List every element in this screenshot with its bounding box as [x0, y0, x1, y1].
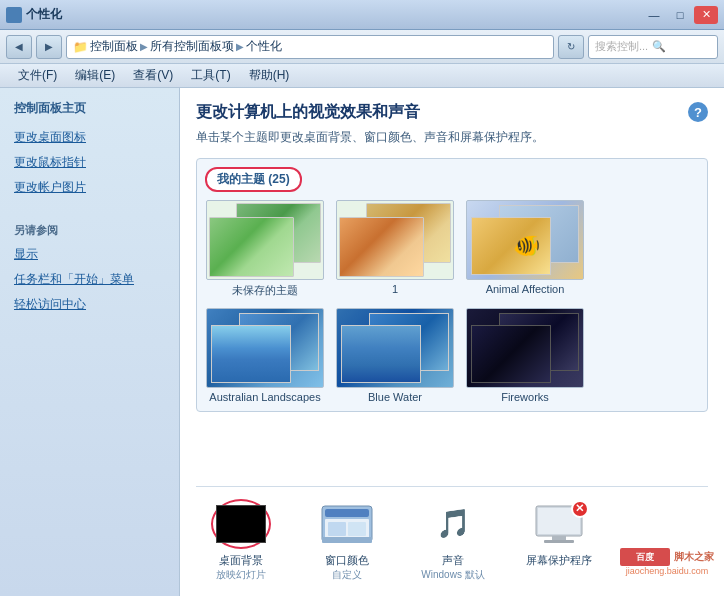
sidebar-link-access[interactable]: 轻松访问中心: [14, 296, 165, 313]
path-arrow-1: ▶: [140, 41, 148, 52]
svg-rect-9: [544, 540, 574, 543]
theme-item-animal[interactable]: 🐠 Animal Affection: [465, 200, 585, 298]
address-bar: ◀ ▶ 📁 控制面板 ▶ 所有控制面板项 ▶ 个性化 ↻ 搜索控制... 🔍: [0, 30, 724, 64]
window-icon: [6, 7, 22, 23]
watermark-jiaomu: 脚木之家: [674, 550, 714, 564]
toolbar-icon-screensaver: ✕: [529, 499, 589, 549]
theme-label-fireworks: Fireworks: [501, 391, 549, 403]
content-title: 更改计算机上的视觉效果和声音: [196, 102, 708, 123]
sidebar-link-display[interactable]: 显示: [14, 246, 165, 263]
sidebar-also-see-title: 另请参阅: [14, 223, 165, 238]
menu-edit[interactable]: 编辑(E): [67, 65, 123, 86]
theme-preview-animal: 🐠: [466, 200, 584, 280]
forward-button[interactable]: ▶: [36, 35, 62, 59]
screensaver-no-icon: ✕: [571, 500, 589, 518]
path-arrow-2: ▶: [236, 41, 244, 52]
title-bar-left: 个性化: [6, 6, 62, 23]
thumb-front-aus: [211, 325, 291, 383]
menu-bar: 文件(F) 编辑(E) 查看(V) 工具(T) 帮助(H): [0, 64, 724, 88]
thumb-front: [339, 217, 424, 277]
toolbar-sublabel-colors: 自定义: [332, 568, 362, 582]
toolbar-label-colors: 窗口颜色: [325, 553, 369, 568]
toolbar-label-screensaver: 屏幕保护程序: [526, 553, 592, 568]
theme-item-australian[interactable]: Australian Landscapes: [205, 308, 325, 403]
toolbar-label-desktop: 桌面背景: [219, 553, 263, 568]
sidebar-link-desktop-icon[interactable]: 更改桌面图标: [14, 129, 165, 146]
theme-label-1: 1: [392, 283, 398, 295]
thumb-front-animal: 🐠: [471, 217, 551, 275]
content-area: ? 更改计算机上的视觉效果和声音 单击某个主题即更改桌面背景、窗口颜色、声音和屏…: [180, 88, 724, 596]
theme-label-unsaved: 未保存的主题: [232, 283, 298, 298]
svg-rect-1: [325, 509, 369, 517]
svg-rect-4: [348, 522, 366, 536]
theme-item-fireworks[interactable]: Fireworks: [465, 308, 585, 403]
desktop-bg-preview: [216, 505, 266, 543]
thumb-front-water: [341, 325, 421, 383]
theme-label-bluewater: Blue Water: [368, 391, 422, 403]
thumb-front: [209, 217, 294, 277]
sidebar-title: 控制面板主页: [14, 100, 165, 117]
title-bar: 个性化 — □ ✕: [0, 0, 724, 30]
toolbar-icon-colors: [317, 499, 377, 549]
toolbar-item-desktop[interactable]: 桌面背景 放映幻灯片: [196, 499, 286, 582]
menu-help[interactable]: 帮助(H): [241, 65, 298, 86]
theme-label-australian: Australian Landscapes: [209, 391, 320, 403]
toolbar-sublabel-desktop: 放映幻灯片: [216, 568, 266, 582]
theme-preview-australian: [206, 308, 324, 388]
sidebar: 控制面板主页 更改桌面图标 更改鼠标指针 更改帐户图片 另请参阅 显示 任务栏和…: [0, 88, 180, 596]
search-icon: 🔍: [652, 40, 666, 53]
toolbar-sublabel-sound: Windows 默认: [421, 568, 484, 582]
sidebar-link-taskbar[interactable]: 任务栏和「开始」菜单: [14, 271, 165, 288]
screensaver-container: ✕: [532, 502, 587, 547]
title-controls: — □ ✕: [642, 6, 718, 24]
colors-svg: [320, 502, 375, 547]
minimize-button[interactable]: —: [642, 6, 666, 24]
address-path[interactable]: 📁 控制面板 ▶ 所有控制面板项 ▶ 个性化: [66, 35, 554, 59]
path-part-2: 所有控制面板项: [150, 38, 234, 55]
svg-rect-8: [552, 536, 566, 540]
maximize-button[interactable]: □: [668, 6, 692, 24]
theme-preview-unsaved: [206, 200, 324, 280]
theme-preview-1: [336, 200, 454, 280]
svg-rect-3: [328, 522, 346, 536]
baidu-logo: 百度: [620, 548, 670, 566]
watermark: 百度 脚木之家 jiaocheng.baidu.com: [620, 548, 714, 576]
toolbar-icon-desktop: [211, 499, 271, 549]
sidebar-also-see: 另请参阅 显示 任务栏和「开始」菜单 轻松访问中心: [14, 223, 165, 320]
thumb-front-fireworks: [471, 325, 551, 383]
main-area: 控制面板主页 更改桌面图标 更改鼠标指针 更改帐户图片 另请参阅 显示 任务栏和…: [0, 88, 724, 596]
themes-header: 我的主题 (25): [205, 167, 302, 192]
svg-rect-5: [322, 537, 372, 543]
sound-emoji: 🎵: [436, 510, 471, 538]
back-button[interactable]: ◀: [6, 35, 32, 59]
close-button[interactable]: ✕: [694, 6, 718, 24]
toolbar-item-sound[interactable]: 🎵 声音 Windows 默认: [408, 499, 498, 582]
theme-label-animal: Animal Affection: [486, 283, 565, 295]
toolbar-icon-sound: 🎵: [423, 499, 483, 549]
window-title: 个性化: [26, 6, 62, 23]
search-text: 搜索控制...: [595, 39, 648, 54]
menu-tools[interactable]: 工具(T): [183, 65, 238, 86]
content-description: 单击某个主题即更改桌面背景、窗口颜色、声音和屏幕保护程序。: [196, 129, 708, 146]
menu-view[interactable]: 查看(V): [125, 65, 181, 86]
sidebar-link-account[interactable]: 更改帐户图片: [14, 179, 165, 196]
theme-item-bluewater[interactable]: Blue Water: [335, 308, 455, 403]
sidebar-link-mouse[interactable]: 更改鼠标指针: [14, 154, 165, 171]
info-icon[interactable]: ?: [688, 102, 708, 122]
themes-grid: 未保存的主题 1 🐠: [205, 200, 699, 403]
theme-item-unsaved[interactable]: 未保存的主题: [205, 200, 325, 298]
watermark-url: jiaocheng.baidu.com: [626, 566, 709, 576]
theme-item-1[interactable]: 1: [335, 200, 455, 298]
theme-preview-bluewater: [336, 308, 454, 388]
menu-file[interactable]: 文件(F): [10, 65, 65, 86]
watermark-row1: 百度 脚木之家: [620, 548, 714, 566]
toolbar-item-screensaver[interactable]: ✕ 屏幕保护程序: [514, 499, 604, 582]
path-part-1: 控制面板: [90, 38, 138, 55]
search-box[interactable]: 搜索控制... 🔍: [588, 35, 718, 59]
refresh-button[interactable]: ↻: [558, 35, 584, 59]
theme-section: 我的主题 (25) 未保存的主题 1: [196, 158, 708, 412]
fish-emoji: 🐠: [513, 233, 540, 259]
toolbar-label-sound: 声音: [442, 553, 464, 568]
toolbar-item-colors[interactable]: 窗口颜色 自定义: [302, 499, 392, 582]
path-part-3: 个性化: [246, 38, 282, 55]
